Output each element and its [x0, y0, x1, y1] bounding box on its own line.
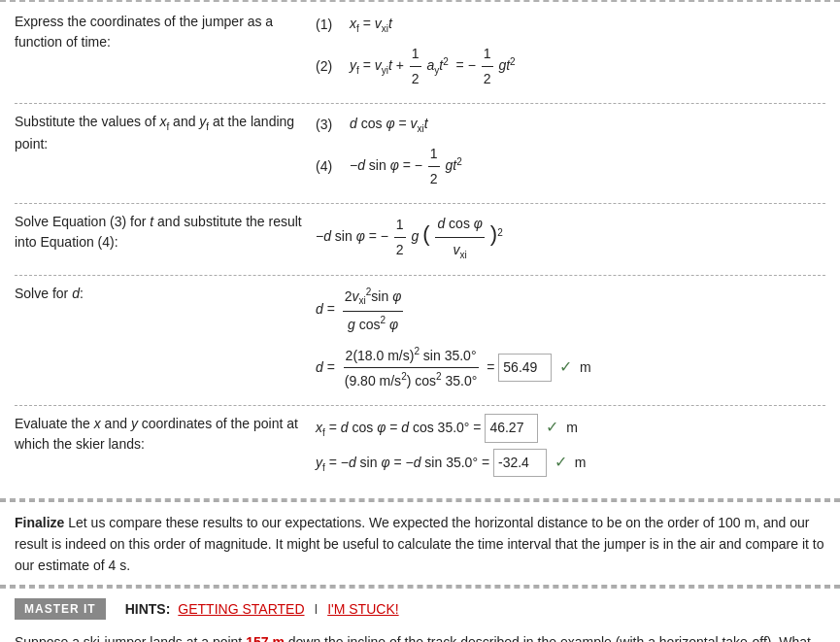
section-evaluate-equations: xf = d cos φ = d cos 35.0° = 46.27 ✓ m y… — [316, 414, 825, 480]
eq-num-4: (4) — [316, 154, 350, 179]
hint-separator: I — [311, 601, 322, 617]
section-express: Express the coordinates of the jumper as… — [15, 12, 825, 95]
check-yf: ✓ — [554, 454, 567, 470]
eq-yf: yf = −d sin φ = −d sin 35.0° = -32.4 ✓ m — [316, 449, 825, 477]
eq-solve-t: −d sin φ = − 1 2 g ( d cos φ vxi )2 — [316, 212, 825, 263]
hints-label: HINTS: — [125, 601, 171, 617]
section-evaluate-label: Evaluate the x and y coordinates of the … — [15, 414, 316, 480]
section-solve-d-equations: d = 2vxi2sin φ g cos2 φ d = 2(18.0 m/s)2… — [316, 284, 825, 397]
section-substitute-label: Substitute the values of xf and yf at th… — [15, 112, 316, 195]
answer-xf: 46.27 — [485, 414, 538, 442]
getting-started-link[interactable]: GETTING STARTED — [178, 601, 304, 617]
eq-1: xf = vxit — [350, 12, 825, 38]
finalize-section: Finalize Let us compare these results to… — [0, 500, 840, 587]
eq-3: d cos φ = vxit — [350, 112, 825, 138]
eq-4: −d sin φ = − 1 2 gt2 — [350, 142, 825, 191]
section-solve-t: Solve Equation (3) for t and substitute … — [15, 212, 825, 267]
eq-num-2: (2) — [316, 54, 350, 79]
highlight-distance: 157 m — [246, 634, 285, 642]
section-evaluate: Evaluate the x and y coordinates of the … — [15, 414, 825, 480]
finalize-text: Finalize Let us compare these results to… — [15, 512, 825, 577]
check-xf: ✓ — [546, 419, 558, 435]
finalize-label: Finalize — [15, 515, 64, 530]
eq-2: yf = vyit + 1 2 ayt2 = − 1 2 gt2 — [350, 42, 825, 91]
unit-d: m — [580, 359, 591, 375]
eq-xf: xf = d cos φ = d cos 35.0° = 46.27 ✓ m — [316, 414, 825, 442]
master-it-button[interactable]: MASTER IT — [15, 598, 106, 620]
section-solve-t-label: Solve Equation (3) for t and substitute … — [15, 212, 316, 267]
section-solve-d: Solve for d: d = 2vxi2sin φ g cos2 φ d = — [15, 284, 825, 397]
answer-yf: -32.4 — [493, 449, 547, 477]
section-solve-t-equation: −d sin φ = − 1 2 g ( d cos φ vxi )2 — [316, 212, 825, 267]
section-substitute-equations: (3) d cos φ = vxit (4) −d sin φ = − 1 2 … — [316, 112, 825, 195]
check-d: ✓ — [559, 358, 572, 375]
eq-d-general: d = 2vxi2sin φ g cos2 φ — [316, 284, 825, 336]
unit-xf: m — [566, 420, 578, 435]
eq-num-3: (3) — [316, 113, 350, 137]
section-substitute: Substitute the values of xf and yf at th… — [15, 112, 825, 195]
section-solve-d-label: Solve for d: — [15, 284, 316, 397]
eq-d-numeric: d = 2(18.0 m/s)2 sin 35.0° (9.80 m/s2) c… — [316, 343, 825, 394]
unit-yf: m — [575, 455, 587, 470]
master-it-problem-text: Suppose a ski-jumper lands at a point 15… — [15, 631, 825, 642]
eq-num-1: (1) — [316, 13, 350, 37]
answer-d: 56.49 — [498, 354, 552, 382]
section-express-label: Express the coordinates of the jumper as… — [15, 12, 316, 95]
im-stuck-link[interactable]: I'M STUCK! — [327, 601, 398, 617]
section-express-equations: (1) xf = vxit (2) yf = vyit + 1 2 ayt2 — [316, 12, 825, 95]
master-it-bar: MASTER IT HINTS: GETTING STARTED I I'M S… — [15, 598, 825, 620]
